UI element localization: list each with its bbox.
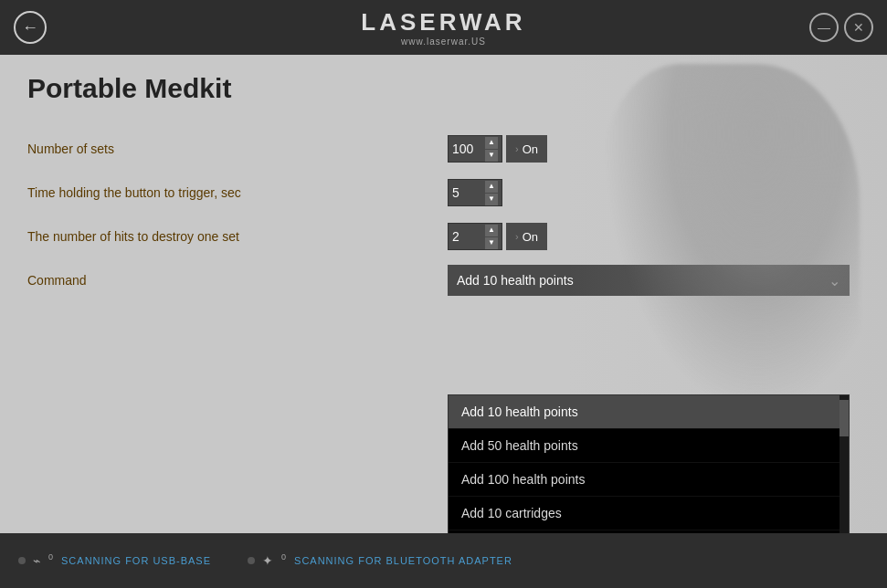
- settings-area: Number of sets 100 ▲ ▼ › On Time holding…: [0, 131, 887, 298]
- controls-time-holding: 5 ▲ ▼: [448, 179, 502, 206]
- setting-row-time-holding: Time holding the button to trigger, sec …: [27, 175, 860, 210]
- on-arrow-sets: ›: [515, 143, 519, 154]
- spinner-up-time[interactable]: ▲: [485, 181, 498, 193]
- back-icon: ←: [22, 18, 38, 37]
- label-command: Command: [27, 273, 448, 288]
- dropdown-option-4[interactable]: Add 50 cartridges: [449, 530, 849, 533]
- title-bar: ← LASERWAR www.laserwar.US — ✕: [0, 0, 887, 55]
- status-bar: ⌁ 0 Scanning for USB-Base ✦ 0 Scanning f…: [0, 533, 887, 588]
- label-number-of-sets: Number of sets: [27, 142, 448, 156]
- number-val-sets: 100: [452, 142, 473, 156]
- logo-area: LASERWAR www.laserwar.US: [361, 8, 525, 47]
- spinner-down-time[interactable]: ▼: [485, 194, 498, 205]
- dropdown-arrow-icon: ⌄: [829, 272, 840, 289]
- command-row: Command Add 10 health points ⌄: [27, 263, 860, 298]
- spinner-hits: ▲ ▼: [485, 225, 498, 249]
- spinner-up-hits[interactable]: ▲: [485, 225, 498, 236]
- main-content: Portable Medkit Number of sets 100 ▲ ▼ ›…: [0, 55, 887, 533]
- spinner-down-sets[interactable]: ▼: [485, 150, 498, 162]
- dropdown-option-1[interactable]: Add 50 health points: [449, 429, 849, 463]
- on-button-sets[interactable]: › On: [506, 135, 547, 163]
- command-dropdown[interactable]: Add 10 health points ⌄: [448, 265, 850, 296]
- usb-count: 0: [48, 552, 54, 562]
- spinner-time: ▲ ▼: [485, 181, 498, 205]
- back-button[interactable]: ←: [14, 11, 47, 44]
- page-title: Portable Medkit: [0, 55, 887, 131]
- setting-row-hits-destroy: The number of hits to destroy one set 2 …: [27, 219, 860, 254]
- window-controls: — ✕: [809, 13, 873, 42]
- controls-hits-destroy: 2 ▲ ▼ › On: [448, 223, 547, 250]
- dropdown-option-0[interactable]: Add 10 health points: [449, 395, 849, 429]
- dropdown-scrollbar[interactable]: [839, 395, 849, 533]
- on-button-hits[interactable]: › On: [506, 223, 547, 250]
- number-input-number-of-sets: 100 ▲ ▼: [448, 135, 502, 163]
- number-input-time: 5 ▲ ▼: [448, 179, 502, 206]
- number-val-time: 5: [452, 185, 459, 200]
- command-selected-value: Add 10 health points: [457, 273, 574, 288]
- bluetooth-icon: ✦: [262, 553, 274, 568]
- usb-dot: [18, 557, 26, 564]
- bt-label: Scanning for Bluetooth Adapter: [294, 555, 512, 566]
- number-input-hits: 2 ▲ ▼: [448, 223, 502, 250]
- bt-status: ✦ 0 Scanning for Bluetooth Adapter: [248, 553, 512, 568]
- label-time-holding: Time holding the button to trigger, sec: [27, 185, 448, 200]
- on-label-sets: On: [523, 142, 538, 156]
- number-val-hits: 2: [452, 229, 459, 244]
- on-label-hits: On: [523, 230, 538, 244]
- bt-count: 0: [281, 552, 287, 562]
- scrollbar-thumb: [839, 400, 849, 436]
- command-dropdown-list: Add 10 health points Add 50 health point…: [448, 394, 850, 533]
- label-hits-destroy: The number of hits to destroy one set: [27, 229, 448, 244]
- dropdown-option-3[interactable]: Add 10 cartridges: [449, 497, 849, 530]
- minimize-button[interactable]: —: [809, 13, 839, 42]
- close-button[interactable]: ✕: [844, 13, 873, 42]
- usb-icon: ⌁: [33, 553, 41, 568]
- logo-sub: www.laserwar.US: [361, 37, 525, 47]
- logo-text: LASERWAR: [361, 8, 525, 37]
- on-arrow-hits: ›: [515, 231, 519, 242]
- controls-number-of-sets: 100 ▲ ▼ › On: [448, 135, 547, 163]
- dropdown-option-2[interactable]: Add 100 health points: [449, 463, 849, 497]
- spinner-sets: ▲ ▼: [485, 137, 498, 162]
- usb-label: Scanning for USB-Base: [61, 555, 211, 566]
- bt-dot: [248, 557, 255, 564]
- spinner-up-sets[interactable]: ▲: [485, 137, 498, 149]
- spinner-down-hits[interactable]: ▼: [485, 237, 498, 249]
- usb-status: ⌁ 0 Scanning for USB-Base: [18, 553, 211, 568]
- setting-row-number-of-sets: Number of sets 100 ▲ ▼ › On: [27, 131, 860, 166]
